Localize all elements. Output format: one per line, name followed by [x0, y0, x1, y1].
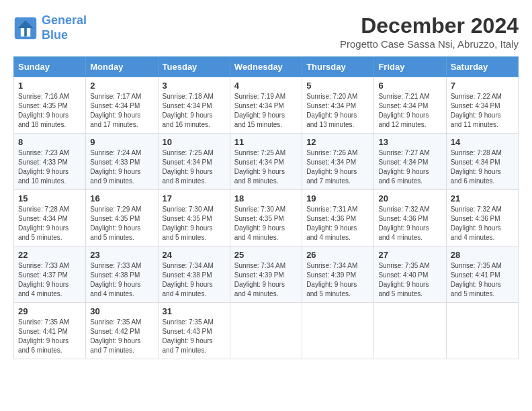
calendar-cell [302, 303, 374, 359]
calendar-cell: 24Sunrise: 7:34 AMSunset: 4:38 PMDayligh… [158, 246, 230, 303]
calendar-cell: 11Sunrise: 7:25 AMSunset: 4:34 PMDayligh… [230, 134, 302, 190]
calendar-header-friday: Friday [374, 57, 446, 77]
day-info: Sunrise: 7:28 AMSunset: 4:34 PMDaylight:… [451, 148, 514, 186]
day-number: 13 [378, 137, 441, 147]
day-number: 7 [451, 81, 514, 91]
day-info: Sunrise: 7:16 AMSunset: 4:35 PMDaylight:… [18, 92, 81, 130]
day-number: 2 [90, 81, 153, 91]
calendar-cell: 18Sunrise: 7:30 AMSunset: 4:35 PMDayligh… [230, 190, 302, 246]
calendar-cell [446, 303, 518, 359]
calendar-week-3: 15Sunrise: 7:28 AMSunset: 4:34 PMDayligh… [14, 190, 519, 246]
day-info: Sunrise: 7:27 AMSunset: 4:34 PMDaylight:… [378, 148, 441, 186]
logo: General Blue [13, 13, 87, 42]
logo-blue: Blue [42, 28, 68, 42]
day-info: Sunrise: 7:25 AMSunset: 4:34 PMDaylight:… [163, 148, 226, 186]
calendar-cell: 14Sunrise: 7:28 AMSunset: 4:34 PMDayligh… [446, 134, 518, 190]
day-info: Sunrise: 7:23 AMSunset: 4:33 PMDaylight:… [18, 148, 81, 186]
calendar-cell: 17Sunrise: 7:30 AMSunset: 4:35 PMDayligh… [158, 190, 230, 246]
page-header: General Blue December 2024 Progetto Case… [13, 13, 519, 50]
calendar-week-2: 8Sunrise: 7:23 AMSunset: 4:33 PMDaylight… [14, 134, 519, 190]
day-number: 14 [451, 137, 514, 147]
day-info: Sunrise: 7:33 AMSunset: 4:37 PMDaylight:… [18, 261, 81, 299]
day-info: Sunrise: 7:25 AMSunset: 4:34 PMDaylight:… [234, 148, 298, 186]
day-info: Sunrise: 7:34 AMSunset: 4:38 PMDaylight:… [163, 261, 226, 299]
calendar-header-row: SundayMondayTuesdayWednesdayThursdayFrid… [14, 57, 519, 77]
calendar-header-saturday: Saturday [446, 57, 518, 77]
calendar-cell: 31Sunrise: 7:35 AMSunset: 4:43 PMDayligh… [158, 303, 230, 359]
calendar-cell [374, 303, 446, 359]
day-number: 26 [306, 250, 369, 260]
day-info: Sunrise: 7:34 AMSunset: 4:39 PMDaylight:… [234, 261, 298, 299]
day-info: Sunrise: 7:19 AMSunset: 4:34 PMDaylight:… [234, 92, 298, 130]
calendar-cell: 19Sunrise: 7:31 AMSunset: 4:36 PMDayligh… [302, 190, 374, 246]
calendar-cell: 23Sunrise: 7:33 AMSunset: 4:38 PMDayligh… [86, 246, 158, 303]
calendar-cell: 22Sunrise: 7:33 AMSunset: 4:37 PMDayligh… [14, 246, 86, 303]
calendar-header-sunday: Sunday [14, 57, 86, 77]
calendar-cell: 25Sunrise: 7:34 AMSunset: 4:39 PMDayligh… [230, 246, 302, 303]
subtitle: Progetto Case Sassa Nsi, Abruzzo, Italy [340, 38, 519, 50]
day-info: Sunrise: 7:33 AMSunset: 4:38 PMDaylight:… [90, 261, 153, 299]
day-info: Sunrise: 7:35 AMSunset: 4:40 PMDaylight:… [378, 261, 441, 299]
calendar-header-thursday: Thursday [302, 57, 374, 77]
day-number: 18 [234, 193, 298, 203]
calendar-cell: 20Sunrise: 7:32 AMSunset: 4:36 PMDayligh… [374, 190, 446, 246]
day-number: 5 [306, 81, 369, 91]
day-info: Sunrise: 7:21 AMSunset: 4:34 PMDaylight:… [378, 92, 441, 130]
day-info: Sunrise: 7:26 AMSunset: 4:34 PMDaylight:… [306, 148, 369, 186]
day-number: 12 [306, 137, 369, 147]
day-info: Sunrise: 7:32 AMSunset: 4:36 PMDaylight:… [378, 205, 441, 242]
day-info: Sunrise: 7:35 AMSunset: 4:42 PMDaylight:… [90, 318, 153, 355]
main-title: December 2024 [340, 13, 519, 38]
title-block: December 2024 Progetto Case Sassa Nsi, A… [340, 13, 519, 50]
day-info: Sunrise: 7:35 AMSunset: 4:41 PMDaylight:… [451, 261, 514, 299]
day-info: Sunrise: 7:35 AMSunset: 4:41 PMDaylight:… [18, 318, 81, 355]
day-number: 20 [378, 193, 441, 203]
calendar-cell: 8Sunrise: 7:23 AMSunset: 4:33 PMDaylight… [14, 134, 86, 190]
day-number: 28 [451, 250, 514, 260]
calendar-cell: 30Sunrise: 7:35 AMSunset: 4:42 PMDayligh… [86, 303, 158, 359]
day-info: Sunrise: 7:22 AMSunset: 4:34 PMDaylight:… [451, 92, 514, 130]
day-number: 1 [18, 81, 81, 91]
day-info: Sunrise: 7:29 AMSunset: 4:35 PMDaylight:… [90, 205, 153, 242]
day-number: 27 [378, 250, 441, 260]
day-number: 9 [90, 137, 153, 147]
day-number: 19 [306, 193, 369, 203]
day-number: 15 [18, 193, 81, 203]
calendar-cell: 6Sunrise: 7:21 AMSunset: 4:34 PMDaylight… [374, 77, 446, 134]
calendar-table: SundayMondayTuesdayWednesdayThursdayFrid… [13, 56, 519, 359]
day-number: 10 [163, 137, 226, 147]
calendar-cell: 9Sunrise: 7:24 AMSunset: 4:33 PMDaylight… [86, 134, 158, 190]
logo-icon [13, 16, 38, 40]
day-info: Sunrise: 7:34 AMSunset: 4:39 PMDaylight:… [306, 261, 369, 299]
logo-text: General Blue [42, 13, 87, 42]
day-info: Sunrise: 7:30 AMSunset: 4:35 PMDaylight:… [234, 205, 298, 242]
calendar-cell: 1Sunrise: 7:16 AMSunset: 4:35 PMDaylight… [14, 77, 86, 134]
day-info: Sunrise: 7:20 AMSunset: 4:34 PMDaylight:… [306, 92, 369, 130]
day-info: Sunrise: 7:35 AMSunset: 4:43 PMDaylight:… [163, 318, 226, 355]
day-number: 17 [163, 193, 226, 203]
day-number: 24 [163, 250, 226, 260]
day-number: 31 [163, 306, 226, 316]
day-info: Sunrise: 7:18 AMSunset: 4:34 PMDaylight:… [163, 92, 226, 130]
calendar-cell: 16Sunrise: 7:29 AMSunset: 4:35 PMDayligh… [86, 190, 158, 246]
day-info: Sunrise: 7:24 AMSunset: 4:33 PMDaylight:… [90, 148, 153, 186]
day-info: Sunrise: 7:17 AMSunset: 4:34 PMDaylight:… [90, 92, 153, 130]
calendar-week-5: 29Sunrise: 7:35 AMSunset: 4:41 PMDayligh… [14, 303, 519, 359]
day-number: 16 [90, 193, 153, 203]
day-info: Sunrise: 7:28 AMSunset: 4:34 PMDaylight:… [18, 205, 81, 242]
calendar-week-1: 1Sunrise: 7:16 AMSunset: 4:35 PMDaylight… [14, 77, 519, 134]
calendar-cell: 12Sunrise: 7:26 AMSunset: 4:34 PMDayligh… [302, 134, 374, 190]
day-info: Sunrise: 7:32 AMSunset: 4:36 PMDaylight:… [451, 205, 514, 242]
calendar-cell: 26Sunrise: 7:34 AMSunset: 4:39 PMDayligh… [302, 246, 374, 303]
calendar-cell: 15Sunrise: 7:28 AMSunset: 4:34 PMDayligh… [14, 190, 86, 246]
day-number: 4 [234, 81, 298, 91]
day-number: 21 [451, 193, 514, 203]
calendar-cell: 2Sunrise: 7:17 AMSunset: 4:34 PMDaylight… [86, 77, 158, 134]
calendar-cell: 7Sunrise: 7:22 AMSunset: 4:34 PMDaylight… [446, 77, 518, 134]
calendar-cell: 3Sunrise: 7:18 AMSunset: 4:34 PMDaylight… [158, 77, 230, 134]
day-number: 30 [90, 306, 153, 316]
day-number: 23 [90, 250, 153, 260]
logo-general: General [42, 13, 87, 27]
calendar-header-wednesday: Wednesday [230, 57, 302, 77]
day-number: 8 [18, 137, 81, 147]
